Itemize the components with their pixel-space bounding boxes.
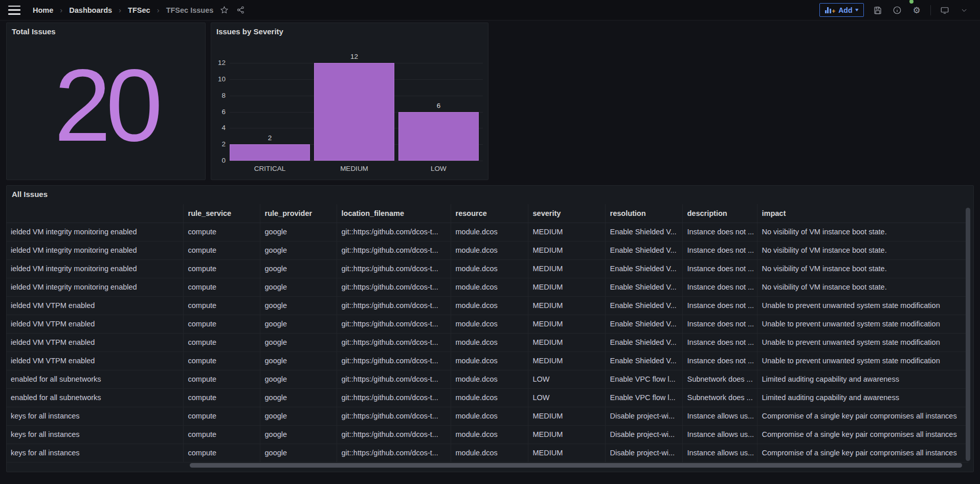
breadcrumb-dashboards[interactable]: Dashboards [69, 6, 112, 14]
table-cell: Instance does not ... [682, 223, 757, 241]
chevron-down-icon: ▾ [855, 7, 858, 12]
table-cell: compute [183, 407, 260, 425]
info-icon[interactable] [892, 5, 903, 16]
table-cell: google [260, 278, 337, 296]
column-header[interactable]: description [682, 204, 757, 223]
table-cell: MEDIUM [528, 259, 605, 278]
table-cell: Disable project-wi... [605, 407, 682, 425]
share-icon[interactable] [235, 5, 246, 16]
table-cell: ielded VM VTPM enabled [7, 315, 183, 333]
vertical-scrollbar-thumb[interactable] [966, 208, 970, 461]
table-row[interactable]: keys for all instancescomputegooglegit::… [7, 444, 968, 462]
y-axis-tick: 8 [211, 92, 226, 99]
table-cell: Unable to prevent unwanted system state … [757, 315, 968, 333]
table-row[interactable]: ielded VM integrity monitoring enabledco… [7, 278, 968, 296]
column-header[interactable]: rule_service [183, 204, 260, 223]
table-cell: google [260, 333, 337, 351]
table-cell: Compromise of a single key pair compromi… [757, 425, 968, 444]
table-cell: git::https:/github.com/dcos-t... [337, 333, 451, 351]
table-cell: google [260, 259, 337, 278]
table-header-row: rule_servicerule_providerlocation_filena… [7, 204, 968, 223]
table-cell: No visibility of VM instance boot state. [757, 259, 968, 278]
column-header[interactable]: severity [528, 204, 605, 223]
table-row[interactable]: ielded VM VTPM enabledcomputegooglegit::… [7, 351, 968, 370]
table-cell: MEDIUM [528, 223, 605, 241]
table-row[interactable]: enabled for all subnetworkscomputegoogle… [7, 388, 968, 407]
menu-toggle-icon[interactable] [8, 6, 20, 15]
breadcrumb-folder[interactable]: TFSec [128, 6, 150, 14]
table-cell: git::https:/github.com/dcos-t... [337, 351, 451, 370]
table-row[interactable]: enabled for all subnetworkscomputegoogle… [7, 370, 968, 388]
panel-title[interactable]: Total Issues [12, 27, 56, 36]
table-cell: Enable Shielded V... [605, 223, 682, 241]
column-header[interactable]: resource [451, 204, 528, 223]
stat-value: 20 [54, 54, 158, 157]
table-cell: Unable to prevent unwanted system state … [757, 296, 968, 315]
bar-value-label: 2 [230, 134, 310, 142]
breadcrumb-separator: › [155, 6, 161, 14]
table-cell: MEDIUM [528, 333, 605, 351]
table-cell: Instance does not ... [682, 241, 757, 259]
column-header[interactable] [7, 204, 183, 223]
top-navbar: Home › Dashboards › TFSec › TFSec Issues… [0, 0, 980, 20]
nav-left: Home › Dashboards › TFSec › TFSec Issues [0, 5, 246, 16]
table-row[interactable]: ielded VM integrity monitoring enabledco… [7, 223, 968, 241]
breadcrumb-home[interactable]: Home [33, 6, 53, 14]
add-button-label: Add [838, 6, 852, 14]
table-cell: keys for all instances [7, 425, 183, 444]
total-issues-panel: Total Issues 20 [6, 23, 206, 180]
table-row[interactable]: ielded VM VTPM enabledcomputegooglegit::… [7, 296, 968, 315]
column-header[interactable]: location_filename [337, 204, 451, 223]
table-cell: LOW [528, 370, 605, 388]
table-cell: google [260, 351, 337, 370]
table-cell: git::https:/github.com/dcos-t... [337, 407, 451, 425]
table-cell: module.dcos [451, 425, 528, 444]
table-row[interactable]: keys for all instancescomputegooglegit::… [7, 407, 968, 425]
panel-title[interactable]: Issues by Severity [216, 27, 283, 36]
column-header[interactable]: resolution [605, 204, 682, 223]
add-panel-button[interactable]: + Add ▾ [819, 3, 864, 17]
table-cell: google [260, 388, 337, 407]
table-cell: module.dcos [451, 223, 528, 241]
table-cell: git::https:/github.com/dcos-t... [337, 278, 451, 296]
table-cell: MEDIUM [528, 425, 605, 444]
table-cell: compute [183, 278, 260, 296]
table-row[interactable]: ielded VM integrity monitoring enabledco… [7, 241, 968, 259]
table-cell: Instance does not ... [682, 333, 757, 351]
table-cell: compute [183, 333, 260, 351]
column-header[interactable]: rule_provider [260, 204, 337, 223]
bar-critical[interactable] [230, 144, 310, 161]
table-cell: Enable VPC flow l... [605, 370, 682, 388]
column-header[interactable]: impact [757, 204, 968, 223]
table-cell: Unable to prevent unwanted system state … [757, 351, 968, 370]
table-row[interactable]: keys for all instancescomputegooglegit::… [7, 425, 968, 444]
bar-medium[interactable] [314, 63, 394, 161]
chevron-down-icon[interactable] [959, 5, 970, 16]
table-cell: compute [183, 241, 260, 259]
table-cell: compute [183, 370, 260, 388]
table-cell: keys for all instances [7, 444, 183, 462]
panel-title[interactable]: All Issues [12, 190, 48, 199]
table-cell: google [260, 223, 337, 241]
table-cell: Enable Shielded V... [605, 351, 682, 370]
table-row[interactable]: ielded VM integrity monitoring enabledco… [7, 259, 968, 278]
table-cell: ielded VM VTPM enabled [7, 296, 183, 315]
settings-gear-icon[interactable]: ⚙ [911, 5, 922, 16]
table-cell: compute [183, 425, 260, 444]
table-cell: Enable Shielded V... [605, 333, 682, 351]
horizontal-scrollbar-thumb[interactable] [190, 463, 962, 468]
table-cell: google [260, 315, 337, 333]
tv-kiosk-icon[interactable] [939, 5, 950, 16]
table-row[interactable]: ielded VM VTPM enabledcomputegooglegit::… [7, 333, 968, 351]
star-icon[interactable] [218, 5, 230, 16]
save-dashboard-icon[interactable] [872, 5, 883, 16]
bar-low[interactable] [398, 112, 479, 161]
table-cell: google [260, 425, 337, 444]
y-axis-tick: 4 [211, 124, 226, 131]
table-cell: Instance allows us... [682, 425, 757, 444]
table-cell: google [260, 407, 337, 425]
table-row[interactable]: ielded VM VTPM enabledcomputegooglegit::… [7, 315, 968, 333]
table-cell: compute [183, 259, 260, 278]
table-cell: Enable Shielded V... [605, 259, 682, 278]
y-axis-tick: 0 [211, 157, 226, 164]
